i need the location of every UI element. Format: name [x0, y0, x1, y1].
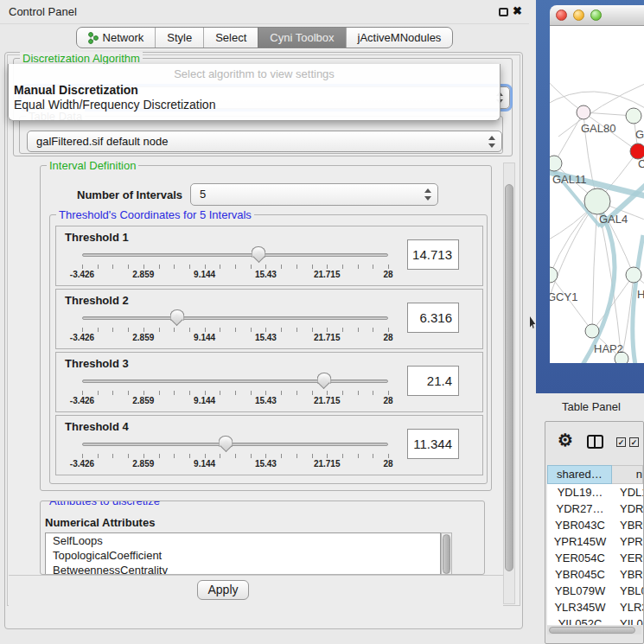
- columns-icon[interactable]: [587, 435, 603, 449]
- node-label-c: C: [638, 157, 644, 170]
- threshold-value-field[interactable]: 11.344: [407, 429, 459, 459]
- dropdown-item-equal-width-frequency-discretization[interactable]: Equal Width/Frequency Discretization: [14, 98, 215, 112]
- threshold-value-field[interactable]: 21.4: [407, 366, 459, 396]
- table-row[interactable]: YPR145WYPR1: [547, 533, 643, 550]
- scrollbar-thumb[interactable]: [443, 534, 450, 574]
- close-traffic-light-icon[interactable]: [556, 10, 567, 21]
- cell-name[interactable]: YBL0: [613, 583, 643, 599]
- cell-name[interactable]: YPR1: [613, 533, 643, 550]
- tab-label: jActiveMNodules: [358, 31, 442, 44]
- slider-scale-label: -3.426: [70, 270, 94, 279]
- zoom-traffic-light-icon[interactable]: [590, 10, 602, 21]
- slider-scale-label: 9.144: [194, 396, 215, 405]
- cell-name[interactable]: YDL1: [613, 484, 643, 501]
- apply-button[interactable]: Apply: [197, 580, 249, 600]
- attribute-item-betweennesscentrality[interactable]: BetweennessCentrality: [46, 563, 440, 575]
- slider-scale-label: 15.43: [255, 333, 277, 342]
- attributes-groupbox: Attributes to discretize Numerical Attri…: [40, 501, 485, 575]
- attributes-list-scrollbar[interactable]: [441, 532, 452, 575]
- checkbox-icon[interactable]: ✓: [629, 437, 639, 447]
- node-green-tr[interactable]: [626, 108, 641, 124]
- cell-name[interactable]: YBR0: [613, 566, 643, 583]
- cell-shared-name[interactable]: YBR045C: [547, 566, 613, 583]
- slider-thumb-icon[interactable]: [252, 246, 266, 264]
- column-header-shared-name[interactable]: shared…: [547, 465, 612, 484]
- slider-track[interactable]: [82, 316, 388, 320]
- table-row[interactable]: YDL19…YDL1: [547, 484, 643, 501]
- node-label-gal4: GAL4: [599, 213, 628, 226]
- scrollbar-thumb[interactable]: [549, 627, 635, 634]
- table-horizontal-scrollbar[interactable]: [547, 626, 641, 634]
- cell-name[interactable]: YER0: [613, 550, 643, 566]
- minimize-traffic-light-icon[interactable]: [573, 10, 584, 21]
- slider-scale-label: 9.144: [194, 333, 215, 342]
- node-pink[interactable]: [577, 105, 590, 119]
- threshold-value-field[interactable]: 6.316: [407, 303, 459, 333]
- number-of-intervals-combobox[interactable]: 5: [190, 183, 438, 206]
- network-canvas[interactable]: GAL80GAGAL11CGAL4GCY1HHAP2: [550, 26, 644, 363]
- slider-track[interactable]: [82, 379, 388, 383]
- attribute-item-topologicalcoefficient[interactable]: TopologicalCoefficient: [46, 548, 440, 563]
- table-row[interactable]: YIL052CYIL0: [547, 615, 643, 625]
- attribute-item-selfloops[interactable]: SelfLoops: [46, 533, 440, 548]
- close-icon[interactable]: ✖: [513, 4, 522, 17]
- tab-network[interactable]: Network: [77, 28, 156, 48]
- cell-shared-name[interactable]: YLR345W: [547, 599, 613, 615]
- checkbox-icon[interactable]: ✓: [616, 437, 626, 447]
- tab-cyni-toolbox[interactable]: Cyni Toolbox: [258, 28, 345, 48]
- table-row[interactable]: YBR045CYBR0: [547, 566, 643, 583]
- slider-thumb-icon[interactable]: [169, 309, 184, 327]
- slider-thumb-icon[interactable]: [219, 436, 233, 453]
- cell-shared-name[interactable]: YDL19…: [547, 484, 613, 501]
- node-h[interactable]: [626, 267, 641, 283]
- discretize-settings-area: Discretization Algorithm Table Data galF…: [7, 54, 520, 606]
- table-row[interactable]: YDR27…YDR2: [547, 501, 643, 517]
- table-row[interactable]: YBL079WYBL0: [547, 583, 643, 599]
- slider-scale-label: 21.715: [314, 333, 341, 342]
- node-label-ga: GA: [635, 128, 644, 141]
- node-hap2[interactable]: [585, 324, 599, 338]
- table-row[interactable]: YBR043CYBR0: [547, 517, 643, 533]
- table-rows: YDL19…YDL1YDR27…YDR2YBR043CYBR0YPR145WYP…: [547, 484, 643, 625]
- node-gcy1[interactable]: [550, 267, 558, 283]
- node-gal11[interactable]: [550, 156, 562, 171]
- cell-shared-name[interactable]: YBR043C: [547, 517, 613, 533]
- cell-name[interactable]: YLR3: [613, 599, 643, 615]
- numerical-attributes-list[interactable]: SelfLoopsTopologicalCoefficientBetweenne…: [45, 532, 441, 575]
- screen: Control Panel ✖ NetworkStyleSelectCyni T…: [0, 0, 644, 644]
- threshold-slider[interactable]: [82, 437, 388, 451]
- cell-name[interactable]: YDR2: [613, 501, 643, 517]
- table-row[interactable]: YLR345WYLR3: [547, 599, 643, 615]
- threshold-slider[interactable]: [82, 248, 388, 262]
- slider-scale-labels: -3.4262.8599.14415.4321.71528: [82, 396, 388, 406]
- threshold-slider[interactable]: [82, 374, 388, 388]
- node-label-gcy1: GCY1: [550, 290, 577, 303]
- threshold-slider[interactable]: [82, 311, 388, 325]
- slider-scale-label: 15.43: [255, 396, 277, 405]
- table-row[interactable]: YER054CYER0: [547, 550, 643, 566]
- table-data-combobox[interactable]: galFiltered.sif default node: [27, 131, 502, 152]
- column-header-name[interactable]: n: [612, 465, 643, 484]
- cell-shared-name[interactable]: YBL079W: [547, 583, 613, 599]
- scrollbar-thumb[interactable]: [505, 184, 513, 571]
- node-gal4[interactable]: [584, 188, 610, 214]
- tab-select[interactable]: Select: [203, 28, 258, 48]
- float-window-icon[interactable]: [499, 8, 508, 16]
- settings-scrollbar[interactable]: [503, 163, 515, 604]
- tab-style[interactable]: Style: [155, 28, 203, 48]
- slider-thumb-icon[interactable]: [316, 373, 331, 390]
- slider-track[interactable]: [82, 443, 388, 446]
- slider-scale-label: 2.859: [132, 459, 154, 469]
- cell-shared-name[interactable]: YER054C: [547, 550, 613, 566]
- slider-scale-label: 28: [383, 396, 392, 405]
- cell-name[interactable]: YIL0: [613, 615, 643, 625]
- threshold-value-field[interactable]: 14.713: [407, 239, 459, 270]
- tab-jactivemnodules[interactable]: jActiveMNodules: [346, 28, 453, 48]
- cell-shared-name[interactable]: YDR27…: [547, 501, 613, 517]
- cell-shared-name[interactable]: YPR145W: [547, 533, 613, 550]
- cell-name[interactable]: YBR0: [613, 517, 643, 533]
- dropdown-item-manual-discretization[interactable]: Manual Discretization: [14, 83, 138, 97]
- cell-shared-name[interactable]: YIL052C: [547, 615, 613, 625]
- slider-track[interactable]: [82, 253, 388, 257]
- gear-icon[interactable]: ⚙: [558, 430, 573, 450]
